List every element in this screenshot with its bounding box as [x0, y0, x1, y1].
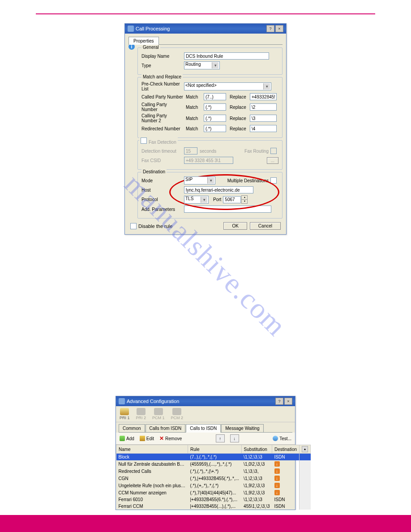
port-label: Port: [213, 197, 221, 202]
table-row[interactable]: CGN(.*),|+49332B455(.*),.*,...\1,\2,\3,\…: [116, 475, 311, 482]
test-icon: [273, 436, 278, 441]
general-legend: General: [141, 45, 160, 50]
fax-checkbox[interactable]: [141, 137, 147, 144]
port-icon: [172, 408, 181, 415]
edit-icon: [140, 436, 145, 441]
csid-input: [184, 157, 233, 164]
host-label: Host: [141, 188, 184, 193]
general-fieldset: General Display Name Type Routing: [137, 47, 283, 75]
csid-label: Fax CSID: [141, 158, 184, 163]
dialog2-icon: [119, 398, 125, 404]
port-pri-2[interactable]: PRI 2: [136, 408, 146, 420]
column-header[interactable]: Substitution: [241, 445, 272, 454]
called-match-input[interactable]: [204, 93, 226, 100]
redir-match-input[interactable]: [204, 125, 226, 132]
faxrouting-checkbox: [270, 148, 277, 154]
called-label: Called Party Number: [141, 94, 184, 99]
call-processing-dialog: Call Processing ? × i Properties General…: [124, 23, 287, 235]
help-button[interactable]: ?: [275, 398, 283, 405]
dialog2-title: Advanced Configuration: [127, 399, 179, 404]
add-icon: [120, 436, 125, 441]
timeout-unit: seconds: [200, 149, 216, 154]
rules-table: NameRuleSubstitutionDestination▴ Block(7…: [116, 445, 311, 510]
redir-replace-input[interactable]: [250, 125, 277, 132]
display-name-input[interactable]: [184, 52, 269, 60]
move-up-button[interactable]: ↑: [216, 434, 225, 442]
called-replace-input[interactable]: [250, 93, 277, 100]
table-row[interactable]: Ungeleitete Rufe (noch ein plus vorha...…: [116, 482, 311, 489]
remove-button[interactable]: ✕Remove: [159, 436, 182, 441]
mode-select[interactable]: SIP: [184, 176, 215, 184]
fax-more-button: ...: [267, 157, 278, 164]
calling2-match-input[interactable]: [204, 115, 226, 122]
disable-label: Disable the rule: [138, 223, 172, 229]
match-label: Match: [186, 116, 204, 121]
table-row[interactable]: Null für Zentrale dazubasteln Bart wars(…: [116, 460, 311, 468]
protocol-select[interactable]: TLS: [184, 196, 209, 204]
destination-fieldset: Destination Mode SIP Multiple Destinatio…: [137, 172, 283, 219]
calling-replace-input[interactable]: [250, 103, 277, 111]
calling2-replace-input[interactable]: [250, 115, 277, 122]
down-arrow-icon: ↓: [274, 468, 280, 474]
edit-button[interactable]: Edit: [140, 436, 154, 441]
fax-label: Fax Detection: [149, 140, 176, 145]
cancel-button[interactable]: Cancel: [250, 222, 281, 230]
port-icon: [120, 408, 129, 415]
redir-label: Redirected Number: [141, 126, 184, 131]
display-name-label: Display Name: [141, 54, 184, 59]
match-fieldset: Match and Replace Pre-Check Number List …: [137, 77, 283, 138]
port-icon: [137, 408, 146, 415]
type-label: Type: [141, 63, 184, 68]
tab-calls-to-isdn[interactable]: Calls to ISDN: [186, 424, 221, 433]
port-pri-1[interactable]: PRI 1: [120, 408, 130, 420]
tab-calls-from-isdn[interactable]: Calls from ISDN: [146, 424, 186, 432]
replace-label: Replace: [230, 116, 250, 121]
calling-label: Calling Party Number: [141, 102, 184, 112]
protocol-label: Protocol: [141, 197, 184, 202]
replace-label: Replace: [230, 105, 250, 110]
destination-legend: Destination: [141, 169, 167, 174]
down-arrow-icon: ↓: [274, 483, 280, 488]
ok-button[interactable]: OK: [223, 222, 247, 230]
calling2-label: Calling Party Number 2: [141, 113, 184, 123]
multi-label: Multiple Destinations: [227, 178, 269, 183]
calling-match-input[interactable]: [204, 103, 226, 111]
type-select[interactable]: Routing: [184, 61, 220, 69]
port-pcm-1[interactable]: PCM 1: [152, 408, 165, 420]
column-header[interactable]: Destination: [272, 445, 300, 454]
faxrouting-label: Fax Routing: [244, 149, 269, 154]
timeout-input: [184, 147, 197, 154]
test-button[interactable]: Test...: [273, 436, 291, 441]
disable-checkbox[interactable]: [130, 223, 137, 229]
close-button[interactable]: ×: [284, 398, 292, 405]
table-row[interactable]: Ferrari CCM|+49332B455(...),(.*),...455\…: [116, 503, 311, 510]
close-button[interactable]: ×: [275, 25, 283, 32]
advanced-config-dialog: Advanced Configuration ? × PRI 1PRI 2PCM…: [116, 396, 295, 510]
multi-checkbox[interactable]: [270, 177, 277, 184]
port-icon: [154, 408, 163, 415]
table-row[interactable]: CCM Nummer anzeigen(.*),7(40|41|44|45|47…: [116, 489, 311, 496]
dialog-icon: [128, 26, 134, 32]
match-label: Match: [186, 105, 204, 110]
down-arrow-icon: ↓: [274, 461, 280, 467]
table-row[interactable]: Block(7..),(.*),.*,(.*)\1,\2,\3,\3ISDN: [116, 454, 311, 461]
port-input[interactable]: [223, 196, 241, 203]
column-header[interactable]: Name: [116, 445, 188, 454]
tab-properties[interactable]: Properties: [128, 37, 159, 45]
column-header[interactable]: Rule: [188, 445, 242, 454]
tab-message-waiting[interactable]: Message Waiting: [221, 424, 263, 432]
table-row[interactable]: Redirected Calls(.*),(.*),.*,(\+.*)\1,\3…: [116, 468, 311, 475]
precheck-select[interactable]: <Not specified>: [184, 82, 271, 90]
addl-input[interactable]: [184, 206, 271, 213]
help-button[interactable]: ?: [266, 25, 274, 32]
move-down-button[interactable]: ↓: [230, 434, 239, 442]
add-button[interactable]: Add: [120, 436, 134, 441]
fax-fieldset: Fax Detection Detection timeout seconds …: [137, 140, 283, 170]
tab-common[interactable]: Common: [119, 424, 145, 432]
replace-label: Replace: [230, 94, 250, 99]
table-row[interactable]: Ferrari 6010|+49332B455(6.*),(.*),...\1,…: [116, 496, 311, 503]
port-pcm-2[interactable]: PCM 2: [171, 408, 184, 420]
timeout-label: Detection timeout: [141, 149, 184, 154]
host-input[interactable]: [184, 186, 253, 193]
mode-label: Mode: [141, 178, 184, 183]
